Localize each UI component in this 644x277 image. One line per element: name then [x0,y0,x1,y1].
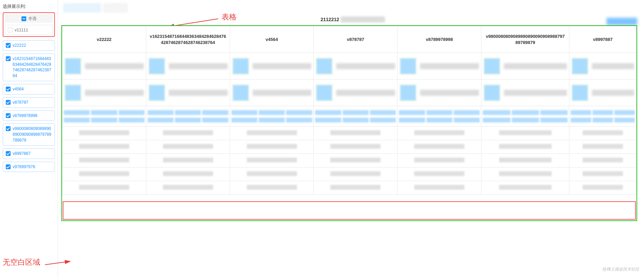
table-cell[interactable] [481,167,569,181]
table-cell[interactable] [314,53,398,79]
table-cell[interactable] [398,127,481,140]
table-cell[interactable] [481,53,569,79]
cell-text-blur [592,63,634,69]
th-4[interactable]: v8789978998 [398,26,481,53]
table-cell[interactable] [314,167,398,181]
table-cell[interactable] [62,79,146,106]
column-item-v8997887[interactable]: v8997887 [3,148,55,159]
th-5[interactable]: v980008080908989089009090898879789789879 [481,26,569,53]
table-cell[interactable] [314,140,398,154]
table-row [62,181,636,195]
table-cell[interactable] [62,154,146,167]
table-cell[interactable] [230,53,314,79]
cell-text-blur [253,90,312,96]
checkbox-v11111[interactable] [8,28,13,32]
cell-value-blur [414,158,464,162]
cell-thumb [232,84,249,101]
cell-value-blur [163,171,213,176]
table-cell[interactable] [398,181,481,195]
table-cell[interactable] [314,181,398,195]
checkbox-v878787[interactable] [6,100,11,105]
table-cell[interactable] [62,140,146,154]
tab-2[interactable] [104,3,128,12]
table-cell[interactable] [398,167,481,181]
checkbox-v4564[interactable] [6,87,11,91]
table-cell[interactable] [146,181,230,195]
table-cell[interactable] [230,79,314,106]
table-cell[interactable] [62,53,146,79]
column-item-v4564[interactable]: v4564 [3,84,55,94]
table-cell[interactable] [569,181,636,195]
select-all-label: 全选 [28,16,36,21]
table-cell[interactable] [398,154,481,167]
table-cell[interactable] [230,127,314,140]
table-cell[interactable] [481,79,569,106]
table-cell[interactable] [314,154,398,167]
table-cell[interactable] [146,106,230,127]
cell-value-blur [79,171,129,176]
checkbox-v8997887[interactable] [6,151,11,156]
table-cell[interactable] [146,53,230,79]
column-item-v8789978998[interactable]: v8789978998 [3,111,55,121]
table-cell[interactable] [314,127,398,140]
table-cell[interactable] [569,106,636,127]
table-cell[interactable] [398,53,481,79]
table-cell[interactable] [230,181,314,195]
select-all-row[interactable]: 全选 [5,14,53,23]
table-cell[interactable] [398,106,481,127]
th-3[interactable]: v878787 [314,26,398,53]
table-cell[interactable] [146,140,230,154]
table-cell[interactable] [314,79,398,106]
table-cell[interactable] [569,154,636,167]
checkbox-v22222[interactable] [6,43,11,48]
tab-1[interactable] [63,3,101,12]
table-cell[interactable] [146,79,230,106]
table-cell[interactable] [569,167,636,181]
table-scroll-area[interactable]: v22222 v16231548716844836348428462847642… [62,26,636,220]
table-cell[interactable] [314,106,398,127]
select-all-checkbox[interactable] [21,16,26,21]
table-cell[interactable] [62,181,146,195]
th-0[interactable]: v22222 [62,26,146,53]
cell-value-blur [330,185,380,190]
column-item-v22222[interactable]: v22222 [3,40,55,51]
cell-value-blur [499,130,552,135]
table-cell[interactable] [230,167,314,181]
table-cell[interactable] [569,127,636,140]
table-cell[interactable] [62,127,146,140]
checkbox-v8789978998[interactable] [6,113,11,118]
checkbox-v978997978[interactable] [6,164,11,169]
th-1[interactable]: v162315487168448363484284628476428746287… [146,26,230,53]
table-cell[interactable] [230,106,314,127]
table-cell[interactable] [146,154,230,167]
table-cell[interactable] [62,167,146,181]
table-cell[interactable] [481,127,569,140]
column-item-v978997978[interactable]: v978997978 [3,162,55,172]
table-cell[interactable] [481,106,569,127]
table-cell[interactable] [230,154,314,167]
table-cell[interactable] [146,167,230,181]
column-item-long1[interactable]: v162315487168448363484284628476428746287… [3,54,55,81]
table-cell[interactable] [481,154,569,167]
table-cell[interactable] [569,53,636,79]
column-item-v878787[interactable]: v878787 [3,97,55,108]
table-cell[interactable] [230,140,314,154]
top-right-action-blur[interactable] [606,18,637,25]
th-6[interactable]: v8997887 [569,26,636,53]
table-cell[interactable] [146,127,230,140]
table-cell[interactable] [398,140,481,154]
table-cell[interactable] [481,140,569,154]
cell-value-blur [414,185,464,190]
column-item-long2[interactable]: v980008080908989089009090898879789789879 [3,123,55,145]
cell-thumb [316,84,333,101]
table-cell[interactable] [62,106,146,127]
table-cell[interactable] [481,181,569,195]
checkbox-long1[interactable] [6,56,11,61]
column-item-v11111[interactable]: v11111 [5,25,53,35]
checkbox-long2[interactable] [6,126,11,131]
table-cell[interactable] [569,140,636,154]
title-blurred-part [341,16,385,23]
th-2[interactable]: v4564 [230,26,314,53]
table-cell[interactable] [569,79,636,106]
table-cell[interactable] [398,79,481,106]
